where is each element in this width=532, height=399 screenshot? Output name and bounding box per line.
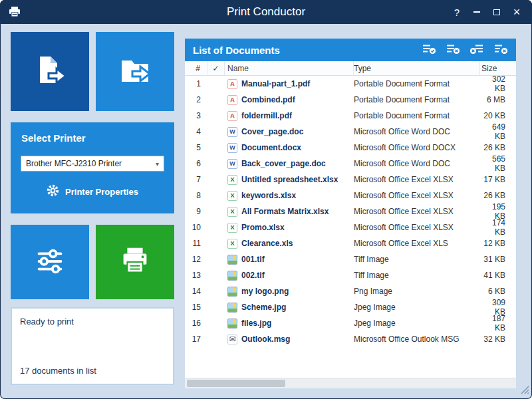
table-row[interactable]: 6 Back_cover_page.doc Microsoft Office W… [185,156,516,172]
file-name: foldermill.pdf [241,111,292,120]
printer-properties-label: Printer Properties [65,187,138,197]
file-size: 32 KB [480,334,516,344]
table-row[interactable]: 4 Cover_page.doc Microsoft Office Word D… [185,124,516,140]
documents-panel: List of Documents [185,39,516,388]
column-type[interactable]: Type [354,61,480,75]
printer-properties-button[interactable]: Printer Properties [11,184,174,199]
table-row[interactable]: 16 files.jpg Jpeg Image 187 KB [185,315,516,331]
file-size: 26 KB [480,143,516,152]
remove-unchecked-button[interactable] [467,43,485,58]
table-row[interactable]: 2 Combined.pdf Portable Document Format … [185,92,516,108]
image-file-icon [227,319,237,329]
table-row[interactable]: 5 Document.docx Microsoft Office Word DO… [185,140,516,156]
file-type: Microsoft Office Outlook MSG [354,334,480,344]
image-file-icon [227,287,237,297]
file-type: Microsoft Office Excel XLSX [354,223,480,232]
file-type: Jpeg Image [354,319,480,328]
table-row[interactable]: 14 my logo.png Png Image 6 KB [185,283,516,299]
pdf-file-icon [227,95,237,105]
file-name: Promo.xlsx [241,223,285,232]
printer-select-value: Brother MFC-J2310 Printer [26,159,122,168]
file-name: Untitled spreadsheet.xlsx [241,175,338,184]
column-name[interactable]: Name [225,61,354,75]
minimize-icon [473,11,480,13]
word-file-icon [227,143,237,153]
pdf-file-icon [227,111,237,121]
row-number: 6 [185,159,207,168]
file-type: Portable Document Format [354,95,480,104]
row-number: 4 [185,127,207,136]
document-count: 17 documents in list [20,366,96,376]
excel-file-icon [227,239,237,249]
table-row[interactable]: 3 foldermill.pdf Portable Document Forma… [185,108,516,124]
file-name: All Formats Matrix.xlsx [241,207,329,216]
row-number: 12 [185,255,207,264]
row-number: 16 [185,319,207,328]
file-type: Microsoft Office Excel XLSX [354,207,480,216]
gear-icon [47,184,59,199]
status-text: Ready to print [12,309,173,327]
file-size: 302 KB [480,76,516,93]
select-printer-title: Select Printer [11,122,174,144]
resize-grip[interactable] [521,385,529,397]
file-size: 41 KB [480,271,516,280]
check-items-button[interactable] [420,43,438,58]
add-folder-button[interactable] [96,32,174,111]
table-row[interactable]: 9 All Formats Matrix.xlsx Microsoft Offi… [185,203,516,219]
add-folder-icon [116,51,154,92]
add-buttons-row [11,32,174,111]
excel-file-icon [227,175,237,185]
row-number: 10 [185,223,207,232]
maximize-button[interactable] [487,0,507,24]
table-row[interactable]: 7 Untitled spreadsheet.xlsx Microsoft Of… [185,172,516,188]
file-name: Scheme.jpg [241,303,286,312]
help-button[interactable]: ? [447,0,467,24]
print-button[interactable] [96,225,174,299]
file-size: 6 KB [480,287,516,296]
table-row[interactable]: 15 Scheme.jpg Jpeg Image 309 KB [185,299,516,315]
image-file-icon [227,271,237,281]
table-row[interactable]: 10 Promo.xlsx Microsoft Office Excel XLS… [185,219,516,235]
pdf-file-icon [227,79,237,89]
close-button[interactable]: × [507,0,527,24]
table-row[interactable]: 17 Outlook.msg Microsoft Office Outlook … [185,331,516,347]
file-size: 17 KB [480,175,516,184]
table-row[interactable]: 11 Clearance.xls Microsoft Office Excel … [185,235,516,251]
minimize-button[interactable] [467,0,487,24]
file-name: Manual-part_1.pdf [241,79,310,88]
add-documents-button[interactable] [11,32,89,111]
table-header: # ✓ Name Type Size [185,61,516,76]
table-row[interactable]: 8 keywords.xlsx Microsoft Office Excel X… [185,188,516,203]
list-check-icon [422,43,436,57]
remove-checked-button[interactable] [444,43,462,58]
file-name: Combined.pdf [241,95,295,104]
window-controls: ? × [447,0,527,24]
file-type: Microsoft Office Word DOCX [354,143,480,152]
file-name: Clearance.xls [241,239,293,248]
file-size: 174 KB [480,218,516,237]
file-size: 649 KB [480,122,516,141]
sliders-icon [31,243,68,282]
column-number[interactable]: # [185,61,207,75]
list-remove-checked-icon [446,43,460,57]
documents-table-body: 1 Manual-part_1.pdf Portable Document Fo… [185,76,516,378]
file-name: Document.docx [241,143,301,152]
scrollbar-thumb[interactable] [187,380,285,387]
row-number: 9 [185,207,207,216]
column-size[interactable]: Size [480,61,516,75]
printer-select[interactable]: Brother MFC-J2310 Printer ▾ [21,156,164,172]
print-conductor-window: Print Conductor ? × [0,0,532,399]
file-size: 187 KB [480,314,516,332]
horizontal-scrollbar[interactable] [185,378,516,388]
table-row[interactable]: 13 002.tif Tiff Image 41 KB [185,267,516,283]
row-number: 1 [185,79,207,88]
file-name: 001.tif [241,255,265,264]
clear-list-button[interactable] [491,43,509,58]
table-row[interactable]: 1 Manual-part_1.pdf Portable Document Fo… [185,76,516,92]
file-type: Microsoft Office Excel XLSX [354,191,480,200]
settings-button[interactable] [11,225,89,299]
column-check[interactable]: ✓ [207,61,225,75]
file-name: Outlook.msg [241,334,290,344]
table-row[interactable]: 12 001.tif Tiff Image 31 KB [185,251,516,267]
file-type: Microsoft Office Word DOC [354,127,480,136]
